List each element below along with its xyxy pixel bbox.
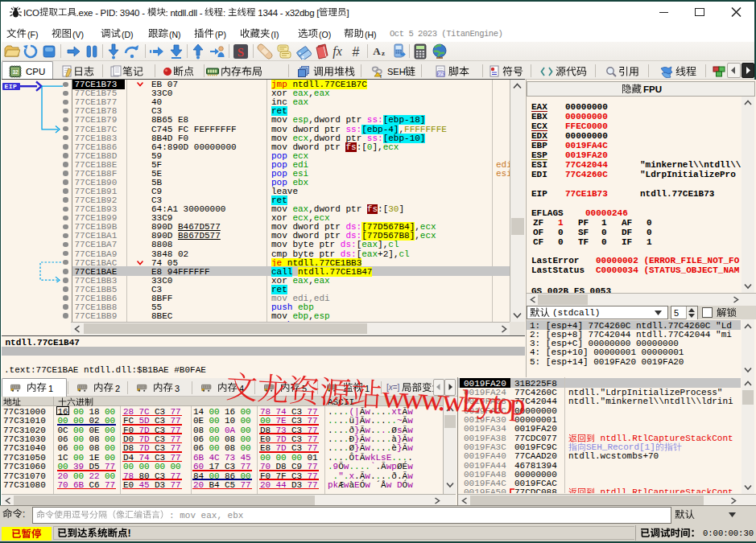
svg-text:S: S [238, 46, 244, 59]
svg-text:</>: </> [437, 72, 445, 77]
svg-text:A: A [373, 45, 381, 57]
svg-text:z: z [382, 49, 385, 57]
svg-text:fx: fx [333, 44, 342, 59]
svg-text:!: ! [380, 74, 382, 79]
svg-text:#: # [353, 45, 360, 59]
svg-text:32: 32 [12, 69, 19, 75]
